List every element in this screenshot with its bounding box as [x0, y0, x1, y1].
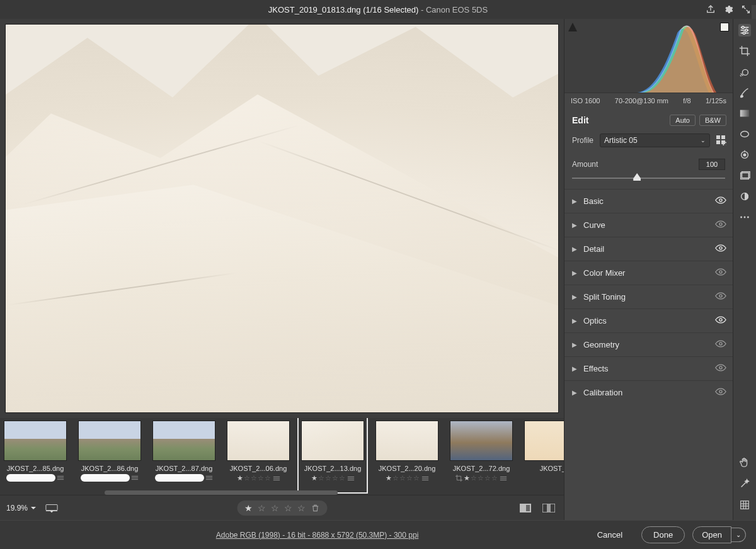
thumbnail[interactable]: JKOST_2...72.dng★☆☆☆☆ [450, 421, 513, 490]
star-5-icon[interactable]: ☆ [297, 503, 306, 513]
share-icon[interactable] [706, 4, 716, 14]
crop-icon[interactable] [738, 45, 751, 57]
thumb-rating: ★☆☆☆☆ [237, 474, 272, 482]
auto-button[interactable]: Auto [670, 115, 696, 126]
svg-point-32 [719, 199, 722, 201]
svg-rect-23 [526, 505, 530, 511]
section-label: Optics [583, 316, 607, 325]
brush-icon[interactable] [738, 86, 751, 99]
histogram[interactable] [564, 19, 733, 93]
star-1-icon[interactable]: ★ [244, 503, 253, 513]
star-2-icon[interactable]: ☆ [258, 503, 266, 513]
iso-value: ISO 1600 [571, 97, 600, 105]
bw-button[interactable]: B&W [699, 115, 726, 126]
compare-view-icon[interactable] [542, 504, 555, 512]
marker-icon[interactable] [45, 503, 58, 513]
thumbnail[interactable]: JKOST_2...20.dng★☆☆☆☆ [375, 421, 438, 490]
fullscreen-icon[interactable] [741, 4, 751, 14]
section-geometry[interactable]: ▶Geometry [564, 332, 733, 356]
radial-icon[interactable] [738, 128, 751, 140]
thumbnail[interactable]: JKOST_2...06.dng★☆☆☆☆ [227, 421, 290, 490]
hand-icon[interactable] [738, 456, 751, 468]
rating-filter[interactable]: ★ ☆ ☆ ☆ ☆ [237, 501, 327, 516]
section-optics[interactable]: ▶Optics [564, 308, 733, 332]
visibility-icon[interactable] [715, 340, 726, 349]
visibility-icon[interactable] [715, 364, 726, 373]
thumb-image[interactable] [450, 421, 513, 461]
cancel-button[interactable]: Cancel [586, 527, 634, 543]
edit-header: Edit Auto B&W [564, 108, 733, 131]
thumbnail[interactable]: JKOST_... [524, 421, 564, 490]
rating-pill [81, 474, 130, 482]
profile-select[interactable]: Artistic 05 ⌄ [600, 133, 710, 147]
gear-icon[interactable] [723, 4, 733, 14]
star-4-icon[interactable]: ☆ [284, 503, 292, 513]
grid-icon[interactable] [738, 499, 751, 511]
thumbnail[interactable]: JKOST_2...13.dng★☆☆☆☆ [301, 421, 364, 490]
done-button[interactable]: Done [641, 526, 685, 543]
section-color-mixer[interactable]: ▶Color Mixer [564, 261, 733, 285]
snapshots-icon[interactable] [738, 169, 751, 182]
amount-value[interactable]: 100 [699, 159, 725, 170]
section-detail[interactable]: ▶Detail [564, 237, 733, 261]
gradient-icon[interactable] [738, 107, 751, 120]
visibility-icon[interactable] [715, 316, 726, 325]
star-3-icon[interactable]: ☆ [271, 503, 279, 513]
thumbnail[interactable]: JKOST_2...87.dng [152, 421, 215, 490]
magic-icon[interactable] [738, 477, 751, 490]
svg-point-44 [742, 26, 745, 29]
section-split-toning[interactable]: ▶Split Toning [564, 285, 733, 308]
svg-point-34 [719, 247, 722, 249]
preview-area[interactable] [0, 19, 564, 418]
spot-heal-icon[interactable] [738, 65, 751, 78]
filmstrip-scrollbar[interactable] [105, 490, 338, 495]
visibility-icon[interactable] [715, 220, 726, 230]
chevron-right-icon: ▶ [572, 198, 577, 205]
zoom-control[interactable]: 19.9% [6, 504, 37, 512]
visibility-icon[interactable] [715, 268, 726, 278]
section-effects[interactable]: ▶Effects [564, 356, 733, 380]
section-label: Effects [583, 364, 609, 373]
camera-info: ISO 1600 70-200@130 mm f/8 1/125s [564, 93, 733, 108]
image-info-link[interactable]: Adobe RGB (1998) - 16 bit - 8688 x 5792 … [216, 531, 419, 540]
thumb-image[interactable] [152, 421, 215, 461]
edit-heading: Edit [572, 115, 588, 125]
more-icon[interactable] [738, 211, 751, 224]
thumb-image[interactable] [375, 421, 438, 461]
filmstrip[interactable]: JKOST_2...85.dngJKOST_2...86.dngJKOST_2.… [0, 418, 564, 495]
trash-icon[interactable] [311, 504, 319, 512]
thumb-image[interactable] [78, 421, 141, 461]
thumb-filename: JKOST_2...72.dng [453, 465, 510, 472]
open-dropdown[interactable]: ⌄ [731, 528, 746, 542]
amount-slider[interactable] [572, 173, 725, 181]
thumbnail[interactable]: JKOST_2...85.dng [4, 421, 67, 490]
redeye-icon[interactable] [738, 149, 751, 161]
edit-sliders-icon[interactable] [738, 24, 751, 37]
svg-rect-48 [740, 110, 749, 117]
thumb-image[interactable] [524, 421, 564, 461]
thumb-image[interactable] [4, 421, 67, 461]
zoom-value: 19.9% [6, 504, 28, 512]
svg-point-38 [719, 342, 722, 345]
section-curve[interactable]: ▶Curve [564, 213, 733, 237]
visibility-icon[interactable] [715, 196, 726, 206]
single-view-icon[interactable] [520, 504, 531, 512]
svg-point-58 [744, 217, 746, 218]
adjust-icon [205, 475, 213, 481]
section-basic[interactable]: ▶Basic [564, 189, 733, 213]
section-calibration[interactable]: ▶Calibration [564, 380, 733, 404]
thumb-image[interactable] [227, 421, 290, 461]
svg-point-33 [719, 223, 722, 225]
open-button[interactable]: Open [692, 526, 731, 543]
visibility-icon[interactable] [715, 388, 726, 397]
visibility-icon[interactable] [715, 244, 726, 254]
visibility-icon[interactable] [715, 292, 726, 302]
color-sample-icon[interactable] [738, 190, 751, 203]
section-label: Split Toning [583, 292, 626, 302]
profile-browser-icon[interactable] [716, 135, 726, 145]
thumbnail[interactable]: JKOST_2...86.dng [78, 421, 141, 490]
preview-canvas[interactable] [5, 24, 559, 413]
rating-pill [155, 474, 204, 482]
thumb-filename: JKOST_2...06.dng [230, 465, 287, 472]
thumb-image[interactable] [301, 421, 364, 461]
